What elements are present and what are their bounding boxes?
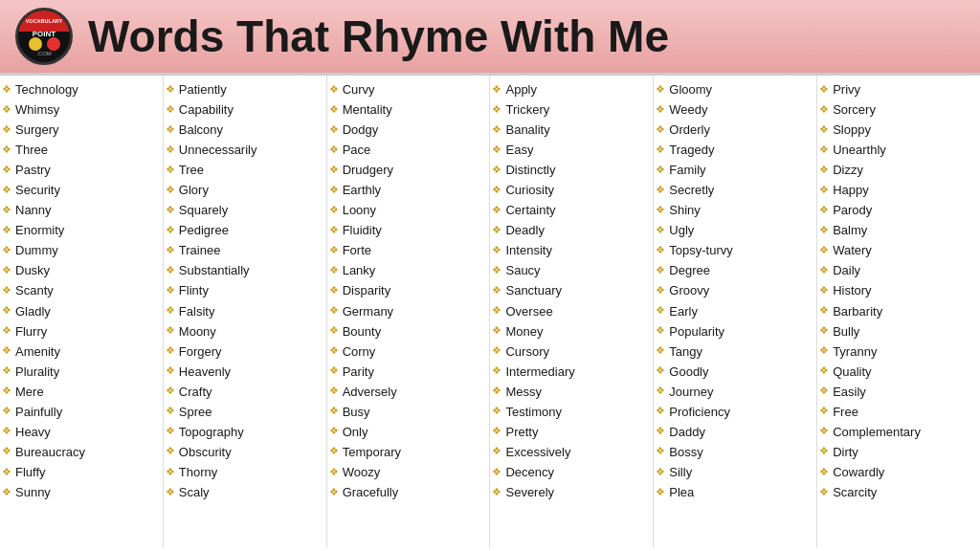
bullet-icon: ❖ [329,363,339,380]
bullet-icon: ❖ [492,142,501,159]
bullet-icon: ❖ [2,262,11,279]
bullet-icon: ❖ [166,423,175,440]
word-label: Plurality [15,362,59,382]
list-item: ❖Bully [819,321,978,342]
word-label: Parity [343,362,374,382]
bullet-icon: ❖ [492,101,501,119]
list-item: ❖Germany [329,301,488,321]
bullet-icon: ❖ [656,81,665,99]
list-item: ❖Pace [329,140,488,160]
list-item: ❖Spree [166,402,324,422]
word-label: Plea [669,482,694,502]
list-item: ❖Security [2,180,161,200]
bullet-icon: ❖ [2,443,11,460]
list-item: ❖Crafty [166,382,324,402]
list-item: ❖Thorny [166,462,324,482]
word-label: Obscurity [179,442,232,462]
list-item: ❖Privy [819,79,978,99]
bullet-icon: ❖ [819,342,829,360]
bullet-icon: ❖ [819,162,829,179]
bullet-icon: ❖ [656,242,665,259]
word-label: Sanctuary [505,280,562,300]
word-label: Certainty [505,200,555,220]
list-item: ❖Busy [329,402,488,422]
word-label: Spree [179,402,212,422]
word-label: Easy [505,140,533,160]
bullet-icon: ❖ [329,423,339,440]
bullet-icon: ❖ [819,443,829,460]
word-label: Scaly [179,482,210,502]
list-item: ❖Technology [2,79,161,99]
word-label: Decency [505,462,554,482]
bullet-icon: ❖ [819,202,829,219]
list-item: ❖Degree [656,260,814,280]
bullet-icon: ❖ [329,222,339,239]
word-label: Popularity [669,321,724,342]
list-item: ❖Free [819,402,978,422]
list-item: ❖Dusky [2,260,161,280]
word-label: Secretly [669,180,714,200]
list-item: ❖Saucy [492,260,651,280]
word-label: Tragedy [669,140,714,160]
word-label: Mentality [343,99,392,120]
bullet-icon: ❖ [329,242,339,259]
word-label: Cursory [505,342,549,362]
word-label: Patiently [179,79,227,99]
bullet-icon: ❖ [656,363,665,380]
list-item: ❖Trainee [166,240,324,260]
bullet-icon: ❖ [166,242,175,259]
bullet-icon: ❖ [329,302,339,320]
bullet-icon: ❖ [2,302,11,320]
word-label: Unnecessarily [179,140,257,160]
bullet-icon: ❖ [819,121,829,139]
word-label: Balmy [833,220,867,240]
word-label: Flurry [15,321,47,342]
word-label: Bossy [669,442,702,462]
list-item: ❖Trickery [492,99,651,120]
list-item: ❖Bounty [329,321,488,342]
bullet-icon: ❖ [656,142,665,159]
bullet-icon: ❖ [656,484,665,501]
list-item: ❖Loony [329,200,488,220]
word-label: Free [833,402,858,422]
word-label: Silly [669,462,692,482]
bullet-icon: ❖ [819,403,829,420]
list-item: ❖Deadly [492,220,651,240]
list-item: ❖Lanky [329,260,488,280]
word-label: Disparity [343,280,391,300]
bullet-icon: ❖ [2,101,11,119]
list-item: ❖Gloomy [656,79,814,99]
list-item: ❖Plea [656,482,814,502]
word-label: Daddy [669,422,705,442]
list-item: ❖Moony [166,321,324,342]
bullet-icon: ❖ [329,182,339,199]
word-label: Cowardly [833,462,884,482]
word-label: Security [15,180,60,200]
list-item: ❖Temporary [329,442,488,462]
bullet-icon: ❖ [819,302,829,320]
list-item: ❖Topography [166,422,324,442]
list-item: ❖Heavenly [166,362,324,382]
list-item: ❖Fluidity [329,220,488,240]
list-item: ❖Certainty [492,200,651,220]
word-label: Degree [669,260,710,280]
bullet-icon: ❖ [329,342,339,360]
word-label: Family [669,160,705,180]
list-item: ❖Forgery [166,342,324,362]
list-item: ❖History [819,280,978,300]
bullet-icon: ❖ [819,222,829,239]
word-label: Trainee [179,240,221,260]
word-label: Weedy [669,99,707,120]
word-label: Whimsy [15,99,59,120]
bullet-icon: ❖ [819,363,829,380]
word-label: Parody [833,200,872,220]
bullet-icon: ❖ [492,222,501,239]
bullet-icon: ❖ [492,322,501,340]
word-label: Three [15,140,48,160]
list-item: ❖Cursory [492,342,651,362]
list-item: ❖Intensity [492,240,651,260]
bullet-icon: ❖ [492,423,501,440]
bullet-icon: ❖ [819,322,829,340]
word-label: Journey [669,382,713,402]
word-label: Capability [179,99,234,120]
